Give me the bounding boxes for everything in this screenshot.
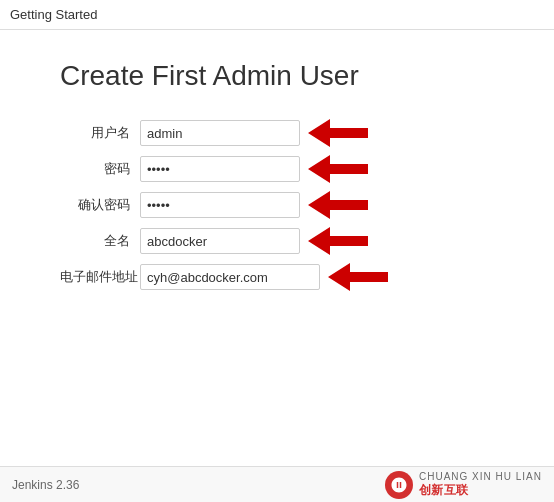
svg-marker-0 xyxy=(308,119,368,147)
page-title: Create First Admin User xyxy=(60,60,494,92)
logo-text: CHUANG XIN HU LIAN 创新互联 xyxy=(419,470,542,499)
input-confirm-password[interactable] xyxy=(140,192,300,218)
label-fullname: 全名 xyxy=(60,232,140,250)
field-wrapper-password xyxy=(140,156,494,182)
logo-svg xyxy=(390,476,408,494)
field-wrapper-email xyxy=(140,264,494,290)
label-password: 密码 xyxy=(60,160,140,178)
form-row-password: 密码 xyxy=(60,156,494,182)
top-bar: Getting Started xyxy=(0,0,554,30)
field-wrapper-confirm-password xyxy=(140,192,494,218)
main-content: Create First Admin User 用户名 密码 确认密码 xyxy=(0,30,554,330)
arrow-email xyxy=(328,263,388,291)
arrow-confirm-password xyxy=(308,191,368,219)
form-row-username: 用户名 xyxy=(60,120,494,146)
arrow-username xyxy=(308,119,368,147)
svg-marker-3 xyxy=(308,227,368,255)
form-row-confirm-password: 确认密码 xyxy=(60,192,494,218)
label-confirm-password: 确认密码 xyxy=(60,196,140,214)
top-bar-title: Getting Started xyxy=(10,7,97,22)
logo-line1: CHUANG XIN HU LIAN xyxy=(419,470,542,483)
bottom-bar: Jenkins 2.36 CHUANG XIN HU LIAN 创新互联 xyxy=(0,466,554,502)
version-label: Jenkins 2.36 xyxy=(12,478,79,492)
input-email[interactable] xyxy=(140,264,320,290)
form-row-fullname: 全名 xyxy=(60,228,494,254)
field-wrapper-fullname xyxy=(140,228,494,254)
logo-line2: 创新互联 xyxy=(419,483,542,499)
input-fullname[interactable] xyxy=(140,228,300,254)
arrow-fullname xyxy=(308,227,368,255)
svg-marker-1 xyxy=(308,155,368,183)
svg-marker-4 xyxy=(328,263,388,291)
company-logo: CHUANG XIN HU LIAN 创新互联 xyxy=(385,470,542,499)
input-username[interactable] xyxy=(140,120,300,146)
svg-marker-2 xyxy=(308,191,368,219)
input-password[interactable] xyxy=(140,156,300,182)
form-row-email: 电子邮件地址： xyxy=(60,264,494,290)
logo-icon xyxy=(385,471,413,499)
label-username: 用户名 xyxy=(60,124,140,142)
field-wrapper-username xyxy=(140,120,494,146)
arrow-password xyxy=(308,155,368,183)
label-email: 电子邮件地址： xyxy=(60,268,140,286)
